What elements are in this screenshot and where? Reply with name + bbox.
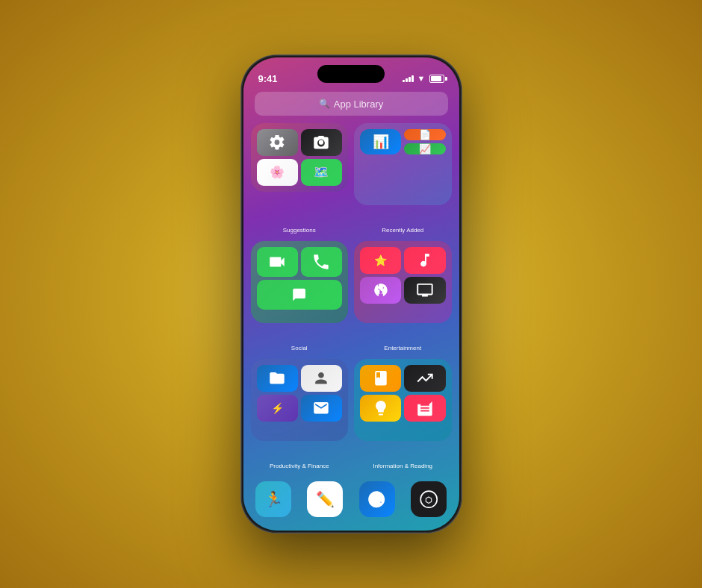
- battery-icon: [429, 75, 444, 83]
- app-camera[interactable]: [301, 129, 342, 156]
- app-podcasts[interactable]: [360, 277, 401, 304]
- app-messages[interactable]: [257, 280, 343, 310]
- app-mail[interactable]: [301, 395, 342, 422]
- app-appletv[interactable]: [404, 277, 445, 304]
- app-phone[interactable]: [301, 247, 342, 277]
- search-placeholder: App Library: [334, 98, 383, 110]
- app-stocks[interactable]: [404, 365, 445, 392]
- app-appstore[interactable]: [359, 481, 395, 517]
- folder-productivity-label: Productivity & Finance: [251, 463, 349, 469]
- app-keynote[interactable]: 📊: [360, 129, 401, 154]
- app-photos[interactable]: 🌸: [257, 159, 298, 186]
- bottom-row: 🏃 ✏️ ⬡: [251, 481, 452, 517]
- search-icon: 🔍: [319, 98, 330, 109]
- phone-frame: 9:41 ▼ 🔍 App Library: [241, 55, 462, 533]
- app-books[interactable]: [360, 365, 401, 392]
- app-health[interactable]: ⬡: [411, 481, 447, 517]
- folder-social-label: Social: [251, 345, 349, 351]
- app-grid: 🌸 🗺️ Suggestions 📊: [251, 123, 452, 471]
- app-pages[interactable]: 📄: [404, 129, 445, 140]
- folder-suggestions-label: Suggestions: [251, 227, 349, 234]
- folder-recently-added-label: Recently Added: [354, 227, 452, 234]
- search-bar[interactable]: 🔍 App Library: [255, 92, 448, 116]
- app-maps[interactable]: 🗺️: [301, 159, 342, 186]
- folder-suggestions[interactable]: 🌸 🗺️ Suggestions: [251, 123, 349, 222]
- folder-recently-added[interactable]: 📊 📄 📈 Recently Added: [354, 123, 452, 222]
- app-contacts[interactable]: [301, 365, 342, 392]
- app-music[interactable]: [404, 247, 445, 274]
- folder-productivity[interactable]: ⚡ Productivity & Finance: [251, 359, 349, 457]
- dynamic-island: [317, 65, 385, 83]
- app-freeform[interactable]: ✏️: [307, 481, 343, 517]
- app-itunes[interactable]: ⭐: [360, 247, 401, 274]
- folder-information[interactable]: Information & Reading: [354, 359, 452, 457]
- status-time: 9:41: [258, 73, 278, 84]
- app-fitness[interactable]: 🏃: [255, 481, 291, 517]
- folder-social[interactable]: Social: [251, 241, 349, 340]
- signal-icon: [403, 75, 414, 82]
- app-facetime[interactable]: [257, 247, 298, 277]
- app-files[interactable]: [257, 365, 298, 392]
- phone-screen: 9:41 ▼ 🔍 App Library: [243, 57, 459, 531]
- wifi-icon: ▼: [417, 74, 426, 83]
- svg-text:⬡: ⬡: [425, 495, 432, 504]
- status-icons: ▼: [403, 74, 444, 83]
- folder-information-label: Information & Reading: [354, 463, 452, 469]
- app-numbers[interactable]: 📈: [404, 143, 445, 154]
- app-shortcuts[interactable]: ⚡: [257, 395, 298, 422]
- folder-entertainment[interactable]: ⭐ Entertainment: [354, 241, 452, 340]
- app-settings[interactable]: [257, 129, 298, 156]
- app-tips[interactable]: [360, 395, 401, 422]
- folder-entertainment-label: Entertainment: [354, 345, 452, 351]
- app-news[interactable]: [404, 395, 445, 422]
